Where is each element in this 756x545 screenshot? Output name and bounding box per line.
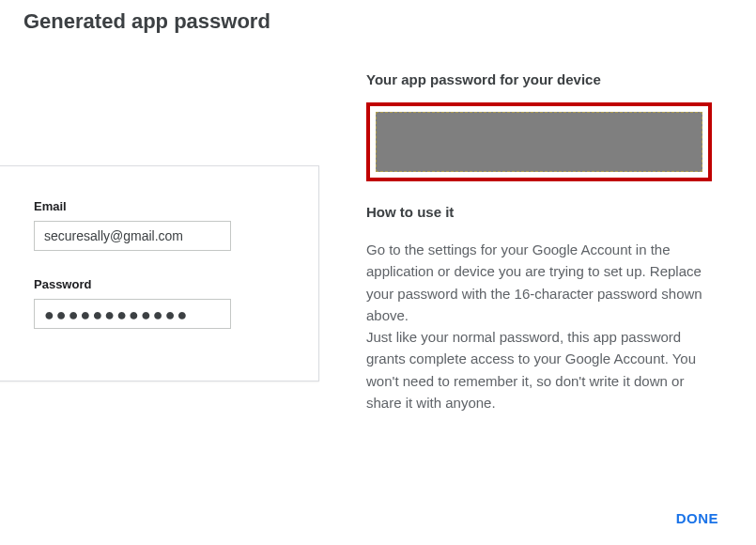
email-label: Email <box>34 199 281 213</box>
instructions-paragraph-1: Go to the settings for your Google Accou… <box>366 241 702 323</box>
app-password-highlight-box <box>366 102 712 181</box>
content-area: Email Password ●●●●●●●●●●●● Your app pas… <box>0 34 756 413</box>
left-column: Email Password ●●●●●●●●●●●● <box>0 71 319 413</box>
howto-heading: How to use it <box>366 204 728 220</box>
page-title: Generated app password <box>0 0 756 34</box>
app-password-display <box>376 112 702 172</box>
app-password-heading: Your app password for your device <box>366 71 728 87</box>
login-card: Email Password ●●●●●●●●●●●● <box>0 165 319 382</box>
password-field[interactable]: ●●●●●●●●●●●● <box>34 299 231 329</box>
instructions-text: Go to the settings for your Google Accou… <box>366 239 704 413</box>
done-button[interactable]: DONE <box>676 510 718 526</box>
email-field-group: Email <box>34 199 281 251</box>
email-field[interactable] <box>34 221 231 251</box>
password-label: Password <box>34 277 281 291</box>
password-field-group: Password ●●●●●●●●●●●● <box>34 277 281 329</box>
right-column: Your app password for your device How to… <box>319 71 756 413</box>
instructions-paragraph-2: Just like your normal password, this app… <box>366 329 696 411</box>
